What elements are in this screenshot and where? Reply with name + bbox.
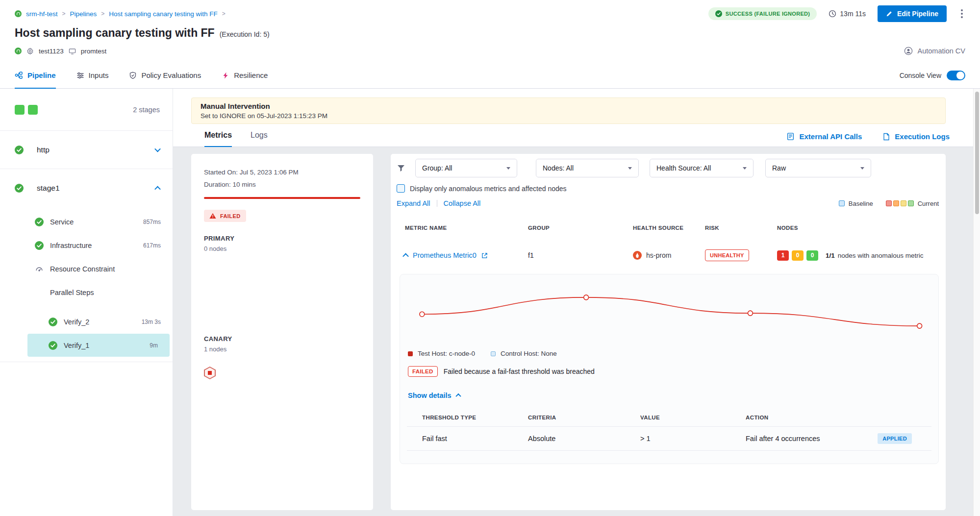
console-view-label: Console View: [900, 72, 941, 79]
tab-logs[interactable]: Logs: [251, 131, 268, 147]
tab-resilience-label: Resilience: [234, 71, 268, 79]
stage-item-stage1[interactable]: stage1: [0, 169, 173, 207]
col-nodes: NODES: [777, 225, 939, 231]
collapse-all-link[interactable]: Collapse All: [444, 199, 481, 207]
external-api-calls-label: External API Calls: [799, 132, 862, 141]
breadcrumb-pipelines[interactable]: Pipelines: [70, 10, 97, 18]
breadcrumb-separator: >: [222, 10, 226, 17]
chevron-down-icon: [628, 167, 632, 170]
execution-header: srm-hf-test > Pipelines > Host sampling …: [0, 0, 980, 56]
threshold-table-header: THRESHOLD TYPE CRITERIA VALUE ACTION: [407, 400, 931, 426]
step-duration: 9m: [150, 342, 158, 349]
expand-all-link[interactable]: Expand All: [397, 199, 430, 207]
metric-row[interactable]: Prometheus Metric0 f1 hs-prom UNHEALTHY …: [397, 249, 939, 261]
group-filter-select[interactable]: Group: All: [415, 159, 517, 177]
edit-pipeline-button[interactable]: Edit Pipeline: [878, 5, 947, 22]
execution-sidebar: 2 stages http stage1 Service 857ms: [0, 89, 173, 516]
main-tabbar: Pipeline Inputs Policy Evaluations Resil…: [0, 62, 980, 89]
inputs-icon: [76, 72, 84, 79]
anomalous-filter-row[interactable]: Display only anomalous metrics and affec…: [397, 184, 939, 193]
check-circle-icon: [49, 341, 57, 350]
value-cell: > 1: [640, 435, 746, 442]
step-item-resource-constraint[interactable]: Resource Constraint: [0, 257, 173, 281]
threshold-table-row: Fail fast Absolute > 1 Fail after 4 occu…: [407, 426, 931, 451]
chevron-down-icon: [506, 167, 510, 170]
clock-icon: [829, 10, 836, 18]
breadcrumb-separator: >: [62, 10, 66, 17]
canary-node-hexagon-icon[interactable]: [204, 367, 216, 379]
action-cell: Fail after 4 occurrences: [746, 435, 820, 442]
tab-inputs-label: Inputs: [89, 71, 109, 79]
breadcrumb-project[interactable]: srm-hf-test: [26, 10, 58, 18]
health-source-filter-value: Health Source: All: [656, 164, 711, 172]
failure-reason-row: FAILED Failed because a fail-fast thresh…: [407, 366, 931, 377]
step-item-parallel-steps[interactable]: Parallel Steps: [0, 281, 173, 304]
metrics-table-header: METRIC NAME GROUP HEALTH SOURCE RISK NOD…: [397, 225, 939, 231]
data-mode-select[interactable]: Raw: [765, 159, 871, 177]
tab-policy-evaluations-label: Policy Evaluations: [141, 71, 201, 79]
verification-status-badge: FAILED: [204, 210, 246, 222]
health-source-name: hs-prom: [646, 251, 671, 259]
failure-message: Failed because a fail-fast threshold was…: [444, 368, 595, 375]
baseline-swatch-icon: [839, 200, 845, 206]
tab-policy-evaluations[interactable]: Policy Evaluations: [129, 62, 201, 88]
check-circle-icon: [15, 146, 24, 154]
tab-inputs[interactable]: Inputs: [76, 62, 109, 88]
health-source-filter-select[interactable]: Health Source: All: [650, 159, 754, 177]
chevron-down-icon: [860, 167, 864, 170]
service-status-icon: [15, 48, 22, 54]
check-circle-icon: [715, 10, 722, 17]
tab-pipeline[interactable]: Pipeline: [15, 62, 56, 88]
user-icon: [904, 47, 913, 55]
page-scrollbar[interactable]: [973, 89, 980, 516]
external-api-calls-link[interactable]: External API Calls: [786, 132, 862, 141]
chevron-down-icon[interactable]: [154, 146, 161, 152]
verification-status-label: FAILED: [220, 213, 241, 219]
more-options-button[interactable]: [958, 7, 965, 21]
chevron-up-icon[interactable]: [154, 186, 161, 192]
col-risk: RISK: [705, 225, 777, 231]
step-item-verify-1[interactable]: Verify_1 9m: [27, 334, 170, 357]
funnel-icon: [397, 164, 405, 172]
col-value: VALUE: [640, 415, 746, 420]
primary-label: PRIMARY: [204, 235, 360, 242]
external-link-icon[interactable]: [481, 252, 488, 259]
show-details-link[interactable]: Show details: [408, 392, 460, 399]
col-action: ACTION: [746, 415, 931, 420]
metrics-panel: Group: All Nodes: All Health Source: All…: [391, 154, 946, 510]
resilience-icon: [222, 72, 229, 79]
app-root: srm-hf-test > Pipelines > Host sampling …: [0, 0, 980, 516]
test-host-swatch-icon: [408, 351, 413, 356]
tab-resilience[interactable]: Resilience: [222, 62, 268, 88]
nodes-filter-value: Nodes: All: [543, 164, 574, 172]
group-filter-value: Group: All: [422, 164, 452, 172]
nodes-filter-select[interactable]: Nodes: All: [536, 159, 639, 177]
check-circle-icon: [35, 218, 44, 226]
chevron-up-icon[interactable]: [402, 253, 409, 259]
canary-node-count: 1 nodes: [204, 345, 360, 353]
breadcrumb-pipeline-name[interactable]: Host sampling canary testing with FF: [109, 10, 217, 18]
step-item-service[interactable]: Service 857ms: [0, 210, 173, 234]
service-name: test1123: [39, 48, 64, 55]
step-item-infrastructure[interactable]: Infrastructure 617ms: [0, 234, 173, 257]
metric-name-link[interactable]: Prometheus Metric0: [413, 251, 477, 259]
edit-pipeline-label: Edit Pipeline: [897, 10, 938, 18]
host-legend: Test Host: c-node-0 Control Host: None: [407, 350, 931, 357]
scrollbar-thumb[interactable]: [975, 92, 979, 214]
tab-metrics[interactable]: Metrics: [204, 131, 232, 147]
stages-count: 2 stages: [133, 106, 160, 114]
stage-label: http: [37, 146, 50, 154]
console-view-toggle[interactable]: [947, 71, 965, 80]
step-item-verify-2[interactable]: Verify_2 13m 3s: [0, 310, 173, 334]
step-tabbar: Metrics Logs External API Calls Executio…: [173, 124, 973, 147]
execution-logs-link[interactable]: Execution Logs: [882, 132, 950, 141]
col-metric-name: METRIC NAME: [405, 225, 528, 231]
metric-group: f1: [528, 251, 633, 259]
step-duration: 617ms: [143, 242, 161, 249]
banner-title: Manual Intervention: [201, 102, 936, 110]
stage-item-http[interactable]: http: [0, 131, 173, 169]
check-circle-icon: [35, 241, 44, 250]
metric-timeseries-chart: [407, 280, 931, 344]
manual-intervention-banner: Manual Intervention Set to IGNORE on 05-…: [191, 98, 946, 124]
anomalous-checkbox[interactable]: [397, 184, 405, 193]
